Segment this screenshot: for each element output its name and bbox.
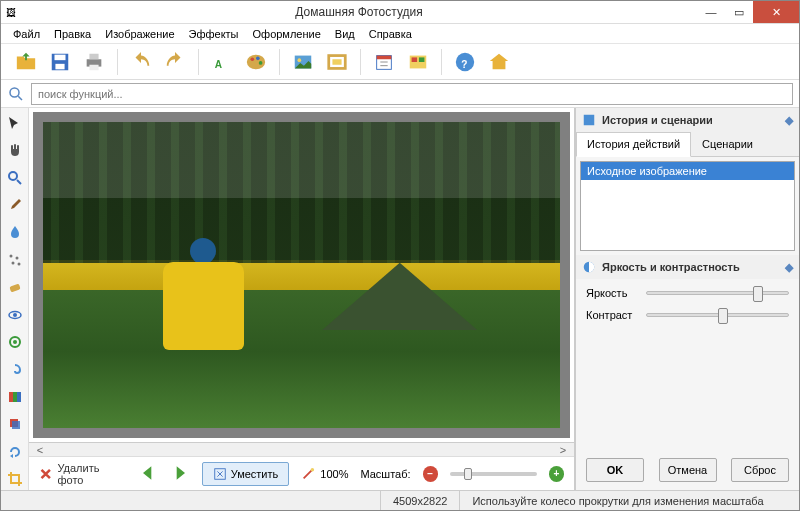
- text-button[interactable]: A: [207, 47, 237, 77]
- contrast-label: Контраст: [586, 309, 638, 321]
- save-button[interactable]: [45, 47, 75, 77]
- tool-brush[interactable]: [4, 194, 26, 215]
- search-input[interactable]: [31, 83, 793, 105]
- redo-button[interactable]: [160, 47, 190, 77]
- close-button[interactable]: ✕: [753, 1, 799, 23]
- collapse-history-icon[interactable]: ◆: [785, 114, 793, 127]
- svg-rect-41: [12, 421, 20, 429]
- brightness-slider[interactable]: [646, 291, 789, 295]
- rgb-icon: [7, 389, 23, 405]
- bc-panel-title: Яркость и контрастность: [602, 261, 740, 273]
- zoom-slider-thumb[interactable]: [464, 468, 472, 480]
- tool-hand[interactable]: [4, 139, 26, 160]
- home-icon: [488, 51, 510, 73]
- delete-photo-button[interactable]: Удалить фото: [39, 462, 126, 486]
- ok-button[interactable]: OK: [586, 458, 644, 482]
- svg-point-24: [10, 88, 19, 97]
- tool-rotate[interactable]: [4, 441, 26, 462]
- svg-point-44: [311, 467, 315, 471]
- open-button[interactable]: [11, 47, 41, 77]
- brightness-label: Яркость: [586, 287, 638, 299]
- help-button[interactable]: ?: [450, 47, 480, 77]
- tool-zoom[interactable]: [4, 167, 26, 188]
- svg-point-36: [13, 340, 17, 344]
- tent-figure: [322, 263, 477, 330]
- menu-help[interactable]: Справка: [363, 26, 418, 42]
- cancel-button[interactable]: Отмена: [659, 458, 717, 482]
- eraser-icon: [7, 279, 23, 295]
- minimize-button[interactable]: —: [697, 1, 725, 23]
- tab-history[interactable]: История действий: [576, 132, 691, 157]
- zoom-slider[interactable]: [450, 472, 537, 476]
- tool-pointer[interactable]: [4, 112, 26, 133]
- prev-image-button[interactable]: [138, 463, 158, 485]
- history-list[interactable]: Исходное изображение: [580, 161, 795, 251]
- tool-crop[interactable]: [4, 468, 26, 489]
- svg-point-10: [259, 61, 263, 65]
- palette-button[interactable]: [241, 47, 271, 77]
- zoom-out-button[interactable]: −: [423, 466, 438, 482]
- tool-clone[interactable]: [4, 331, 26, 352]
- menu-file[interactable]: Файл: [7, 26, 46, 42]
- svg-rect-20: [412, 57, 418, 62]
- brightness-slider-thumb[interactable]: [753, 286, 763, 302]
- menu-image[interactable]: Изображение: [99, 26, 180, 42]
- app-icon: 🖼: [1, 7, 21, 18]
- arrow-left-icon: [138, 463, 158, 483]
- home-button[interactable]: [484, 47, 514, 77]
- scale-label: Масштаб:: [360, 468, 410, 480]
- tool-eye[interactable]: [4, 304, 26, 325]
- collage-button[interactable]: [403, 47, 433, 77]
- zoom-100-button[interactable]: 100%: [301, 467, 348, 481]
- window-title: Домашняя Фотостудия: [21, 5, 697, 19]
- tool-rgb[interactable]: [4, 386, 26, 407]
- svg-point-31: [17, 262, 20, 265]
- crop-icon: [7, 471, 23, 487]
- calendar-button[interactable]: [369, 47, 399, 77]
- pointer-icon: [7, 115, 23, 131]
- menu-view[interactable]: Вид: [329, 26, 361, 42]
- menu-decoration[interactable]: Оформление: [247, 26, 327, 42]
- frame-button[interactable]: [322, 47, 352, 77]
- print-button[interactable]: [79, 47, 109, 77]
- svg-line-25: [18, 96, 22, 100]
- rotate-icon: [7, 444, 23, 460]
- image1-button[interactable]: [288, 47, 318, 77]
- noise-icon: [7, 252, 23, 268]
- tool-eraser[interactable]: [4, 277, 26, 298]
- undo-icon: [130, 51, 152, 73]
- tool-swirl[interactable]: [4, 359, 26, 380]
- calendar-icon: [373, 51, 395, 73]
- undo-button[interactable]: [126, 47, 156, 77]
- tab-scenarios[interactable]: Сценарии: [691, 132, 764, 156]
- contrast-slider-thumb[interactable]: [718, 308, 728, 324]
- menu-effects[interactable]: Эффекты: [183, 26, 245, 42]
- history-item[interactable]: Исходное изображение: [581, 162, 794, 180]
- status-hint: Используйте колесо прокрутки для изменен…: [460, 491, 799, 510]
- svg-rect-39: [17, 392, 21, 402]
- next-image-button[interactable]: [170, 463, 190, 485]
- maximize-button[interactable]: ▭: [725, 1, 753, 23]
- history-panel-title: История и сценарии: [602, 114, 713, 126]
- menu-edit[interactable]: Правка: [48, 26, 97, 42]
- collapse-bc-icon[interactable]: ◆: [785, 261, 793, 274]
- zoom-in-button[interactable]: +: [549, 466, 564, 482]
- reset-button[interactable]: Сброс: [731, 458, 789, 482]
- tool-drop[interactable]: [4, 222, 26, 243]
- frame-icon: [326, 51, 348, 73]
- search-row: [1, 80, 799, 108]
- layers-icon: [7, 416, 23, 432]
- svg-point-28: [9, 254, 12, 257]
- fit-button[interactable]: Уместить: [202, 462, 290, 486]
- svg-line-43: [304, 469, 313, 478]
- tool-layers[interactable]: [4, 414, 26, 435]
- image-canvas[interactable]: [33, 112, 570, 438]
- bc-button-row: OK Отмена Сброс: [576, 450, 799, 490]
- contrast-slider[interactable]: [646, 313, 789, 317]
- horizontal-scrollbar[interactable]: <>: [29, 442, 574, 456]
- magnifier-icon: [7, 170, 23, 186]
- collage-icon: [407, 51, 429, 73]
- titlebar: 🖼 Домашняя Фотостудия — ▭ ✕: [1, 1, 799, 24]
- tool-noise[interactable]: [4, 249, 26, 270]
- bc-panel-body: Яркость Контраст: [576, 279, 799, 339]
